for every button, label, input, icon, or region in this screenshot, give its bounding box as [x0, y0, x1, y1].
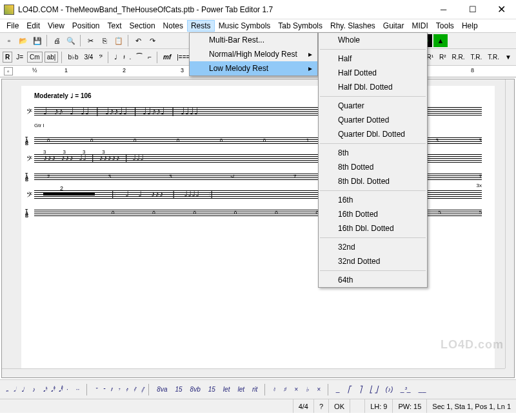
letring2-icon[interactable]: let	[235, 386, 246, 393]
menu-tab-symbols[interactable]: Tab Symbols	[274, 20, 326, 32]
maximize-button[interactable]: ☐	[458, 1, 487, 19]
menu-music-symbols[interactable]: Music Symbols	[215, 20, 275, 32]
submenu-16th[interactable]: 16th	[319, 193, 427, 207]
menu-normal-high-melody-rest[interactable]: Normal/High Melody Rest ▸	[190, 47, 317, 61]
dblsharp-icon[interactable]: ×	[292, 386, 300, 393]
note-quarter-icon[interactable]: ♩	[19, 386, 26, 393]
note-half-icon[interactable]: 𝅗𝅥	[12, 386, 15, 394]
timesig-btn[interactable]: 3/4	[83, 52, 95, 62]
submenu-quarter-dbl-dotted[interactable]: Quarter Dbl. Dotted	[319, 127, 427, 141]
print-icon[interactable]: 🖨	[50, 34, 63, 47]
dblflat-icon[interactable]: ×	[315, 386, 322, 393]
submenu-8th-dbl-dotted[interactable]: 8th Dbl. Dotted	[319, 174, 427, 188]
menu-text[interactable]: Text	[104, 20, 126, 32]
submenu-quarter[interactable]: Quarter	[319, 99, 427, 113]
tie-icon[interactable]: ⎯	[334, 386, 342, 393]
irregular-icon[interactable]: ⎯⎯	[417, 386, 428, 393]
submenu-8th-dotted[interactable]: 8th Dotted	[319, 160, 427, 174]
double-dot-icon[interactable]: ··	[74, 386, 82, 393]
new-icon[interactable]: ▫	[3, 34, 15, 47]
menu-low-melody-rest[interactable]: Low Melody Rest ▸	[190, 61, 317, 75]
8va-icon[interactable]: 8va	[155, 386, 169, 393]
ghost-note-icon[interactable]: (♪)	[384, 386, 395, 393]
dot-icon[interactable]: ·	[64, 386, 70, 393]
natural-icon[interactable]: ♮	[271, 386, 277, 393]
menu-rests[interactable]: Rests	[187, 20, 215, 32]
submenu-16th-dbl-dotted[interactable]: 16th Dbl. Dotted	[319, 221, 427, 235]
menu-edit[interactable]: Edit	[23, 20, 44, 32]
submenu-32nd-dotted[interactable]: 32nd Dotted	[319, 254, 427, 268]
open-icon[interactable]: 📂	[17, 34, 30, 47]
rehearsal-mark[interactable]: R	[3, 52, 12, 63]
tempo-btn[interactable]: J=	[14, 52, 25, 62]
submenu-16th-dotted[interactable]: 16th Dotted	[319, 207, 427, 221]
rest-64th-icon[interactable]: 𝅁	[139, 386, 143, 394]
close-button[interactable]: ✕	[487, 1, 516, 19]
submenu-half[interactable]: Half	[319, 52, 427, 66]
letring1-icon[interactable]: let	[221, 386, 232, 393]
8vb-icon[interactable]: 8vb	[188, 386, 203, 393]
clef-btn[interactable]: 𝄢	[97, 52, 104, 63]
metronome-icon[interactable]: ▲	[433, 34, 448, 47]
score-canvas[interactable]: Moderately ♩ = 106 𝄢 ♩♪♪♩♩♩|♩♪♪♩♩|♩♩♪♪♩|…	[1, 79, 515, 378]
save-icon[interactable]: 💾	[31, 34, 44, 47]
beam-start-icon[interactable]: ⎡	[346, 386, 353, 393]
note-16th-icon[interactable]: 𝅘𝅥𝅯	[41, 386, 45, 394]
menu-section[interactable]: Section	[126, 20, 159, 32]
dot-btn[interactable]: .	[127, 52, 133, 62]
submenu-32nd[interactable]: 32nd	[319, 240, 427, 254]
note-64th-icon[interactable]: 𝅘𝅥𝅱	[57, 386, 61, 394]
note-32nd-icon[interactable]: 𝅘𝅥𝅰	[49, 386, 53, 394]
menu-view[interactable]: View	[44, 20, 68, 32]
rest-quarter-icon[interactable]: 𝄽	[108, 386, 112, 394]
sharp-icon[interactable]: ♯	[281, 386, 288, 393]
tie-btn[interactable]: ⁀	[135, 52, 144, 62]
minimize-button[interactable]: ─	[429, 1, 458, 19]
menu-guitar[interactable]: Guitar	[379, 20, 408, 32]
scrollbar-horizontal[interactable]	[2, 368, 505, 377]
menu-tools[interactable]: Tools	[432, 20, 458, 32]
irreg-btn[interactable]: ⌐	[146, 52, 154, 62]
submenu-64th[interactable]: 64th	[319, 273, 427, 287]
tr-btn[interactable]: T.R.	[469, 52, 484, 62]
scrollbar-vertical[interactable]	[505, 79, 514, 368]
flat-icon[interactable]: ♭	[304, 386, 311, 393]
note-btn[interactable]: ♩	[112, 52, 119, 62]
note-whole-icon[interactable]: 𝅝	[4, 386, 8, 394]
submenu-half-dbl-dotted[interactable]: Half Dbl. Dotted	[319, 80, 427, 94]
menu-position[interactable]: Position	[68, 20, 104, 32]
submenu-whole[interactable]: Whole	[319, 33, 427, 47]
rest-32nd-icon[interactable]: 𝅀	[132, 386, 135, 394]
tr2-btn[interactable]: T.R.	[486, 52, 501, 62]
chord-btn[interactable]: Cm	[27, 52, 43, 63]
rest-btn[interactable]: 𝄽	[121, 52, 125, 63]
rest-16th-icon[interactable]: 𝄿	[124, 386, 128, 394]
submenu-8th[interactable]: 8th	[319, 146, 427, 160]
keysig-btn[interactable]: b♭b	[66, 52, 80, 62]
rest-8th-icon[interactable]: 𝄾	[116, 386, 120, 394]
menu-help[interactable]: Help	[458, 20, 482, 32]
menu-midi[interactable]: MIDI	[408, 20, 432, 32]
15ma-icon[interactable]: 15	[173, 386, 184, 393]
paste-icon[interactable]: 📋	[112, 34, 125, 47]
menu-rhy-slashes[interactable]: Rhy. Slashes	[326, 20, 379, 32]
r2-btn[interactable]: R²	[437, 52, 448, 62]
note-8th-icon[interactable]: ♪	[30, 386, 37, 393]
15mb-icon[interactable]: 15	[206, 386, 217, 393]
submenu-half-dotted[interactable]: Half Dotted	[319, 66, 427, 80]
preview-icon[interactable]: 🔍	[64, 34, 77, 47]
arrow-down-icon[interactable]: ▼	[503, 52, 513, 62]
rit-icon[interactable]: rit	[250, 386, 259, 393]
fermata-icon[interactable]: ⎣ ⎦	[368, 386, 380, 393]
menu-file[interactable]: File	[3, 20, 23, 32]
rest-whole-icon[interactable]: 𝄻	[93, 386, 97, 394]
dynamic-btn[interactable]: mf	[161, 52, 173, 62]
beam-end-icon[interactable]: ⎤	[357, 386, 364, 393]
menu-multibar-rest[interactable]: Multi-Bar Rest...	[190, 33, 317, 47]
rest-half-icon[interactable]: 𝄼	[101, 386, 104, 394]
menu-notes[interactable]: Notes	[159, 20, 187, 32]
rr-btn[interactable]: R.R.	[450, 52, 467, 62]
submenu-quarter-dotted[interactable]: Quarter Dotted	[319, 113, 427, 127]
copy-icon[interactable]: ⎘	[98, 34, 111, 47]
undo-icon[interactable]: ↶	[132, 34, 144, 47]
